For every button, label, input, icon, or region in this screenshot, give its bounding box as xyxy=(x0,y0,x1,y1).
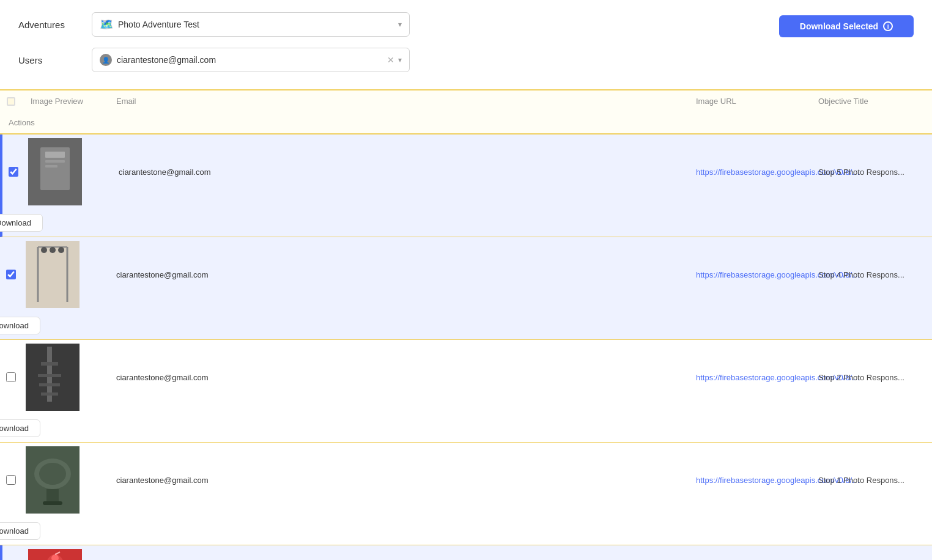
svg-rect-17 xyxy=(41,392,58,396)
clear-user-icon[interactable]: ✕ xyxy=(387,55,394,65)
row-checkbox-cell[interactable] xyxy=(0,443,22,517)
info-icon: i xyxy=(883,21,893,31)
header-checkbox-cell xyxy=(0,90,22,112)
svg-rect-2 xyxy=(45,152,65,158)
svg-rect-22 xyxy=(43,501,62,505)
header-image-preview: Image Preview xyxy=(22,90,108,112)
row-image-preview xyxy=(28,138,82,205)
row-email: ciarantestone@gmail.com xyxy=(108,443,687,517)
row-image-preview xyxy=(26,446,80,514)
svg-rect-16 xyxy=(39,383,60,386)
adventures-label: Adventures xyxy=(18,20,92,30)
download-button[interactable]: Download xyxy=(0,214,43,232)
users-label: Users xyxy=(18,55,92,65)
row-image-preview xyxy=(26,241,80,308)
download-button[interactable]: Download xyxy=(0,317,40,334)
download-button[interactable]: Download xyxy=(0,419,40,437)
row-checkbox-cell[interactable] xyxy=(2,134,24,209)
download-button[interactable]: Download xyxy=(0,522,40,540)
row-image-cell xyxy=(22,237,108,312)
row-actions-cell: Download xyxy=(0,312,22,339)
table-body: ciarantestone@gmail.comhttps://firebases… xyxy=(0,134,932,560)
row-email: ciarantestone@gmail.com xyxy=(108,340,687,414)
row-checkbox-cell[interactable] xyxy=(0,340,22,414)
user-avatar-icon: 👤 xyxy=(100,54,112,66)
adventures-emoji: 🗺️ xyxy=(100,18,113,31)
row-objective-title: Stop 3 Photo Respons... xyxy=(810,545,932,560)
row-email: ciarantestone@gmail.com xyxy=(110,134,687,209)
row-objective-title: Stop 4 Photo Respons... xyxy=(810,237,932,312)
row-image-preview xyxy=(26,344,80,411)
table: Image Preview Email Image URL Objective … xyxy=(0,89,932,560)
row-actions-cell: Download xyxy=(2,209,24,237)
svg-rect-15 xyxy=(38,374,61,377)
row-image-cell xyxy=(22,443,108,517)
table-row: ciarantestone@gmail.comhttps://firebases… xyxy=(0,443,932,545)
svg-point-9 xyxy=(41,247,47,253)
svg-rect-3 xyxy=(45,160,65,163)
adventures-select[interactable]: 🗺️ Photo Adventure Test ▾ xyxy=(92,12,410,37)
header-objective-title: Objective Title xyxy=(810,90,932,112)
row-checkbox[interactable] xyxy=(9,167,18,177)
row-email: ciarantestone@gmail.com xyxy=(110,545,687,560)
users-select-wrapper: 👤 ciarantestone@gmail.com ✕ ▾ xyxy=(92,48,410,72)
row-actions-cell: Download xyxy=(0,414,22,442)
users-field-row: Users 👤 ciarantestone@gmail.com ✕ ▾ xyxy=(18,48,914,72)
row-checkbox[interactable] xyxy=(6,270,16,279)
adventures-chevron-down-icon: ▾ xyxy=(398,20,402,29)
row-image-cell xyxy=(24,134,110,209)
svg-point-20 xyxy=(39,463,66,485)
row-checkbox-cell[interactable] xyxy=(2,545,24,560)
row-objective-title: Stop 5 Photo Respons... xyxy=(810,134,932,209)
row-checkbox[interactable] xyxy=(6,372,16,382)
header-email: Email xyxy=(108,90,687,112)
table-header: Image Preview Email Image URL Objective … xyxy=(0,89,932,134)
header-actions: Actions xyxy=(0,112,22,133)
svg-point-10 xyxy=(50,247,56,253)
table-row: ciarantestone@gmail.comhttps://firebases… xyxy=(0,545,932,560)
table-row: ciarantestone@gmail.comhttps://firebases… xyxy=(0,340,932,443)
users-selected-email: ciarantestone@gmail.com xyxy=(117,55,216,65)
users-select[interactable]: 👤 ciarantestone@gmail.com ✕ ▾ xyxy=(92,48,410,72)
top-area: Adventures 🗺️ Photo Adventure Test ▾ Use… xyxy=(0,0,932,89)
row-actions-cell: Download xyxy=(0,517,22,545)
download-selected-label: Download Selected xyxy=(800,21,878,31)
svg-point-11 xyxy=(58,247,64,253)
row-checkbox-cell[interactable] xyxy=(0,237,22,312)
users-chevron-down-icon: ▾ xyxy=(398,56,402,64)
table-row: ciarantestone@gmail.comhttps://firebases… xyxy=(0,237,932,340)
adventures-select-left: 🗺️ Photo Adventure Test xyxy=(100,18,199,31)
header-checkbox-icon xyxy=(7,97,15,106)
adventures-selected-value: Photo Adventure Test xyxy=(118,20,199,29)
row-image-cell xyxy=(22,340,108,414)
row-checkbox[interactable] xyxy=(6,475,16,485)
table-row: ciarantestone@gmail.comhttps://firebases… xyxy=(0,134,932,237)
adventures-select-wrapper: 🗺️ Photo Adventure Test ▾ xyxy=(92,12,410,37)
row-objective-title: Stop 2 Photo Respons... xyxy=(810,340,932,414)
row-email: ciarantestone@gmail.com xyxy=(108,237,687,312)
row-objective-title: Stop 1 Photo Respons... xyxy=(810,443,932,517)
download-selected-button[interactable]: Download Selected i xyxy=(779,15,914,37)
row-image-preview xyxy=(28,549,82,560)
users-select-right: ✕ ▾ xyxy=(387,55,402,65)
users-select-left: 👤 ciarantestone@gmail.com xyxy=(100,54,216,66)
row-image-cell xyxy=(24,545,110,560)
svg-rect-4 xyxy=(45,165,57,168)
svg-rect-14 xyxy=(41,362,58,366)
